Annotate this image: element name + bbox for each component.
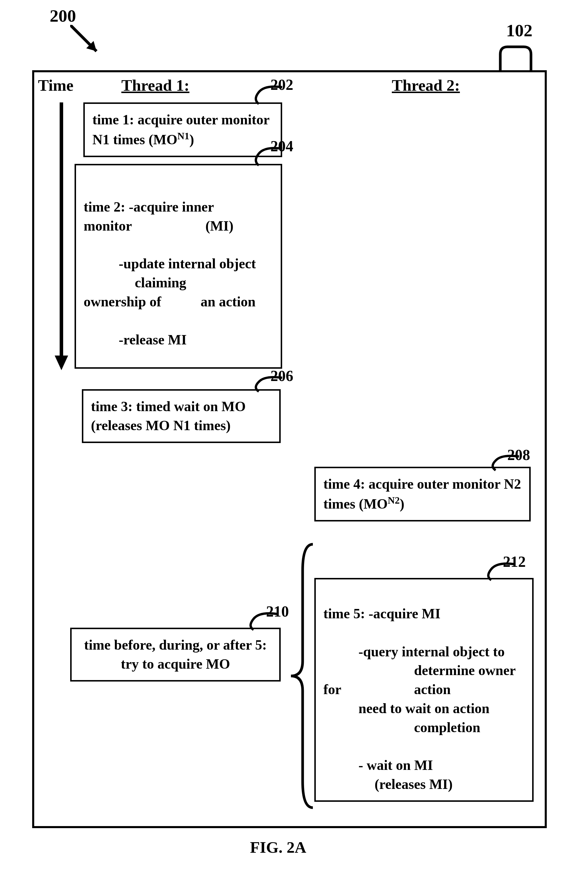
box-206-line2: (releases MO N1 times): [91, 416, 272, 435]
step-box-208: time 4: acquire outer monitor N2 times (…: [314, 467, 531, 522]
box-212-line4: for action: [323, 680, 525, 699]
thread2-header: Thread 2:: [392, 76, 460, 95]
step-box-210: time before, during, or after 5: try to …: [70, 628, 281, 681]
label-206: 206: [270, 367, 293, 385]
box-204-line4: claiming: [84, 273, 273, 292]
label-212: 212: [503, 553, 526, 570]
label-204: 204: [270, 137, 293, 155]
arrow-200-icon: [70, 25, 111, 66]
box-212-line2: -query internal object to: [323, 642, 525, 661]
svg-marker-3: [55, 355, 68, 370]
box-210-line1: time before, during, or after 5:: [79, 636, 272, 654]
box-212-line4a: for: [323, 680, 414, 699]
step-box-204: time 2: -acquire inner monitor (MI) -upd…: [75, 164, 282, 369]
box-208-text: time 4: acquire outer monitor N2 times (…: [323, 476, 521, 511]
label-202: 202: [270, 76, 293, 93]
step-box-206: time 3: timed wait on MO (releases MO N1…: [82, 389, 281, 443]
label-210: 210: [266, 603, 289, 620]
box-206-line1: time 3: timed wait on MO: [91, 397, 272, 416]
thread1-header: Thread 1:: [122, 76, 189, 95]
box-212-line7: - wait on MI: [323, 756, 525, 775]
tab-102-icon: [499, 45, 534, 72]
time-axis-label: Time: [38, 76, 74, 95]
box-212-line3: determine owner: [323, 661, 525, 680]
box-210-line2: try to acquire MO: [79, 654, 272, 674]
box-212-line8: (releases MI): [323, 775, 525, 794]
figure-number-label: 200: [50, 6, 76, 26]
box-212-line1: time 5: -acquire MI: [323, 604, 525, 623]
box-204-line3: -update internal object: [84, 254, 273, 273]
box-202-end: ): [189, 132, 194, 147]
time-arrow-icon: [51, 102, 72, 372]
box-212-line5: need to wait on action: [323, 699, 525, 718]
box-204-line5a: ownership of: [84, 292, 161, 311]
figure-caption: FIG. 2A: [250, 838, 306, 856]
box-204-line5b: an action: [201, 292, 255, 311]
brace-icon: [288, 542, 314, 811]
box-212-line6: completion: [323, 718, 525, 737]
outer-box-label: 102: [506, 21, 532, 41]
label-208: 208: [507, 446, 530, 463]
box-208-end: ): [400, 496, 404, 511]
box-204-line2: monitor (MI): [84, 217, 273, 236]
box-208-sup: N2: [388, 495, 400, 505]
step-box-202: time 1: acquire outer monitor N1 times (…: [83, 102, 282, 157]
box-204-line1: time 2: -acquire inner: [84, 197, 273, 217]
box-212-line4b: action: [414, 680, 451, 699]
box-204-line6: -release MI: [84, 330, 273, 349]
box-204-line5: ownership of an action: [84, 292, 273, 311]
step-box-212: time 5: -acquire MI -query internal obje…: [314, 578, 534, 802]
box-202-sup: N1: [177, 131, 189, 141]
box-202-text: time 1: acquire outer monitor N1 times (…: [92, 112, 269, 147]
